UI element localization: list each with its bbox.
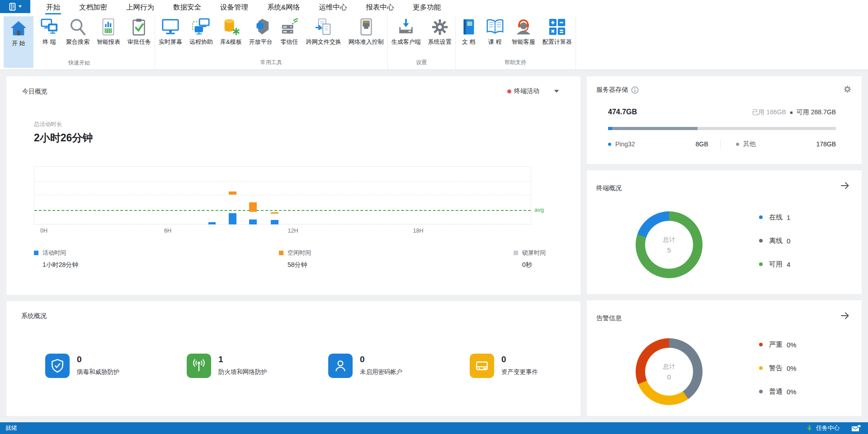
ribbon-item-system-settings[interactable]: 系统设置 — [425, 16, 455, 46]
ribbon-item-terminals[interactable]: 终 端 — [36, 16, 62, 46]
app-menu-button[interactable] — [0, 0, 30, 13]
today-overview-card: 今日概览 终端活动 总活动时长 2小时26分钟 avg 0H 6H — [6, 76, 580, 295]
ribbon-item-open-platform[interactable]: 开放平台 — [245, 16, 276, 46]
download-client-icon — [396, 18, 415, 37]
tab-doc-encryption[interactable]: 文档加密 — [70, 0, 117, 15]
status-ready-text: 就绪 — [5, 424, 17, 432]
ribbon-item-approval-tasks[interactable]: 审批任务 — [124, 16, 155, 46]
calculator-icon — [547, 18, 566, 37]
chart-bar-active — [271, 220, 278, 224]
ribbon-item-docs[interactable]: 文 档 — [456, 16, 482, 46]
status-bar: 就绪 任务中心 — [0, 422, 868, 434]
ribbon-item-zero-trust[interactable]: 零信任 — [276, 16, 302, 46]
tab-more-features[interactable]: 更多功能 — [403, 0, 450, 15]
legend-lock-time: 锁屏时间 0秒 — [514, 249, 546, 269]
gridline — [34, 181, 531, 182]
realtime-screen-icon — [161, 18, 180, 37]
legend-swatch — [514, 251, 518, 255]
legend-dot — [759, 366, 763, 370]
user-icon — [328, 354, 353, 378]
gridline — [34, 195, 531, 195]
tab-device-management[interactable]: 设备管理 — [211, 0, 258, 15]
chart-bar-active — [249, 219, 257, 224]
legend-available: 可用 4 — [759, 260, 790, 268]
ribbon-item-library-templates[interactable]: 库&模板 — [217, 16, 245, 46]
book-icon — [459, 18, 478, 37]
x-tick: 18H — [413, 228, 424, 234]
card-title: 服务器存储 — [596, 86, 628, 94]
terminal-legend: 在线 1 离线 0 可用 4 — [759, 213, 790, 284]
asset-device-icon — [470, 354, 494, 378]
zero-trust-server-icon — [280, 18, 299, 37]
x-tick: 0H — [40, 228, 47, 234]
legend-online: 在线 1 — [759, 213, 790, 221]
alert-donut-chart: 总计 0 — [636, 338, 703, 405]
message-envelope-icon[interactable] — [851, 425, 861, 432]
arrow-right-icon[interactable] — [840, 311, 850, 320]
chart-bar-idle — [271, 212, 278, 214]
legend-critical: 严重 0% — [759, 341, 797, 349]
ribbon-group-quick-start: 开 始 终 端 聚 — [4, 15, 155, 70]
legend-dot — [736, 143, 739, 146]
terminal-overview-card: 终端概况 总计 5 在线 1 — [587, 170, 862, 294]
legend-offline: 离线 0 — [759, 237, 790, 245]
headset-support-icon — [514, 18, 533, 37]
ribbon-item-remote-assist[interactable]: 远程协助 — [186, 16, 217, 46]
storage-total: 474.7GB — [608, 108, 637, 116]
terminal-donut-chart: 总计 5 — [636, 211, 703, 278]
server-storage-card: 服务器存储 474.7GB — [587, 76, 862, 164]
tab-internet-behavior[interactable]: 上网行为 — [117, 0, 164, 15]
ribbon-group-label: 常用工具 — [155, 56, 387, 70]
chart-bar-active — [208, 222, 216, 224]
storage-settings-gear-icon[interactable] — [843, 85, 852, 93]
filter-label: 终端活动 — [514, 87, 539, 95]
ribbon-group-common-tools: 实时屏幕 远程协助 — [155, 15, 388, 70]
ribbon-item-cross-network-exchange[interactable]: 跨网文件交换 — [302, 16, 345, 46]
report-document-icon — [99, 18, 118, 37]
storage-item-other: 其他 178GB — [720, 140, 836, 148]
tab-system-network[interactable]: 系统&网络 — [258, 0, 309, 15]
card-title: 今日概览 — [22, 88, 47, 96]
download-arrow-icon — [806, 425, 813, 432]
broadcast-antenna-icon — [187, 354, 211, 378]
approval-clipboard-icon — [130, 18, 149, 37]
ribbon-item-label: 开 始 — [12, 39, 25, 47]
x-tick: 12H — [288, 228, 298, 234]
tab-ops-center[interactable]: 运维中心 — [309, 0, 356, 15]
ribbon-item-smart-support[interactable]: 智能客服 — [508, 16, 539, 46]
arrow-right-icon[interactable] — [840, 181, 850, 190]
ribbon: 开 始 终 端 聚 — [0, 15, 868, 70]
search-icon — [68, 18, 87, 37]
remote-assist-icon — [192, 18, 211, 37]
activity-filter-dropdown[interactable]: 终端活动 — [507, 87, 559, 95]
ribbon-item-courses[interactable]: 课 程 — [482, 16, 508, 46]
file-exchange-icon — [314, 18, 333, 37]
legend-warning: 警告 0% — [759, 364, 797, 372]
ribbon-item-smart-report[interactable]: 智能报表 — [93, 16, 124, 46]
terminals-icon — [40, 18, 59, 37]
legend-swatch — [34, 251, 38, 255]
database-library-icon — [222, 18, 241, 37]
ribbon-item-realtime-screen[interactable]: 实时屏幕 — [155, 16, 186, 46]
ribbon-item-config-calculator[interactable]: 配置计算器 — [539, 16, 576, 46]
stat-no-password-accounts: 0 未启用密码帐户 — [328, 354, 470, 378]
red-dot-icon — [507, 89, 511, 93]
legend-idle-time: 空闲时间 58分钟 — [279, 249, 311, 269]
chevron-down-icon — [19, 5, 22, 8]
ribbon-home-button[interactable]: 开 始 — [4, 16, 33, 68]
card-title: 系统概况 — [21, 312, 47, 320]
dashboard-content: 今日概览 终端活动 总活动时长 2小时26分钟 avg 0H 6H — [0, 70, 868, 422]
open-platform-icon — [251, 18, 270, 37]
ribbon-item-generate-client[interactable]: 生成客户端 — [388, 16, 425, 46]
tab-data-security[interactable]: 数据安全 — [164, 0, 211, 15]
tab-start[interactable]: 开始 — [37, 0, 70, 15]
info-icon[interactable] — [631, 86, 639, 94]
x-axis: 0H 6H 12H 18H — [34, 228, 531, 235]
storage-used: 已用 186GB — [752, 108, 786, 117]
ribbon-item-network-access-control[interactable]: 网络准入控制 — [345, 16, 387, 46]
ribbon-item-aggregate-search[interactable]: 聚合搜索 — [62, 16, 93, 46]
tab-report-center[interactable]: 报表中心 — [356, 0, 403, 15]
task-center-button[interactable]: 任务中心 — [816, 424, 840, 432]
ribbon-group-label: 设置 — [388, 56, 455, 70]
chart-bar-idle — [229, 191, 236, 195]
